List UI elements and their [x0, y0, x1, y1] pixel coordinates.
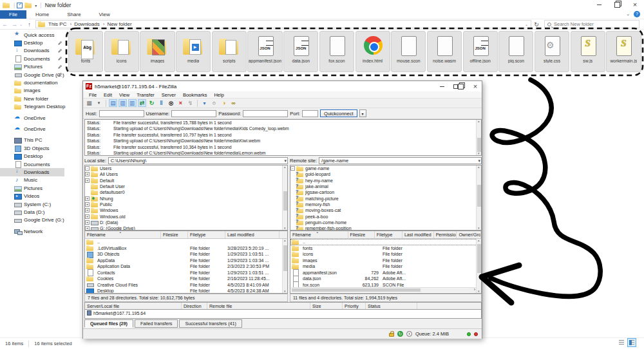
sidebar-item[interactable]: Videos: [0, 192, 64, 200]
file-row[interactable]: .Ld9VirtualBox File folder 3/28/2023 5:2…: [85, 245, 287, 252]
toggle-local-icon[interactable]: [118, 99, 127, 107]
tree-item[interactable]: jake-animal: [290, 184, 481, 189]
sidebar-item[interactable]: Google Drive (G:): [0, 216, 64, 224]
expand-toggle[interactable]: [290, 226, 295, 231]
expand-toggle[interactable]: [290, 172, 295, 176]
file-tile[interactable]: appmanifest.json: [247, 31, 282, 72]
expand-toggle[interactable]: +: [85, 196, 90, 201]
minimize-button[interactable]: [590, 0, 608, 9]
file-row[interactable]: 3D Objects File folder 1/29/2023 1:03:51…: [85, 251, 287, 258]
file-row[interactable]: Desktop File folder 4/5/2023 8:24:38 AM: [85, 288, 287, 294]
expand-toggle[interactable]: [290, 208, 295, 212]
sidebar-item[interactable]: 3D Objects: [0, 144, 64, 152]
password-input[interactable]: [243, 110, 288, 117]
file-tile[interactable]: noise.wasm: [427, 31, 462, 72]
column-header[interactable]: Filetype: [375, 231, 402, 238]
explorer-titlebar[interactable]: | ▾ | New folder: [0, 0, 644, 10]
tree-item[interactable]: + Windows: [85, 207, 287, 213]
sidebar-item[interactable]: Data (D:): [0, 208, 64, 216]
menu-item[interactable]: Server: [158, 92, 179, 98]
file-row[interactable]: Contacts File folder 1/29/2023 1:03:51 .…: [85, 270, 287, 276]
quickconnect-button[interactable]: Quickconnect: [320, 109, 357, 117]
details-view-button[interactable]: [617, 338, 626, 347]
search-input[interactable]: [554, 21, 625, 27]
chevron-down-icon[interactable]: ▾: [35, 3, 37, 8]
tree-item[interactable]: + Default: [85, 178, 287, 184]
file-row[interactable]: appmanifest.json 729 Adobe Aft...: [290, 270, 481, 276]
column-header[interactable]: Direction: [182, 303, 207, 309]
sidebar-item[interactable]: documentation: [0, 79, 64, 86]
column-header[interactable]: Server/Local file: [85, 303, 182, 309]
column-header[interactable]: Filename: [290, 231, 348, 238]
reconnect-icon[interactable]: [186, 99, 194, 107]
sidebar-item[interactable]: Music: [0, 176, 64, 184]
column-header[interactable]: Filesize: [161, 231, 188, 238]
address-chevron-icon[interactable]: ⌄: [525, 22, 531, 26]
tree-item[interactable]: defaultuser0: [85, 189, 287, 195]
menu-item[interactable]: View: [116, 92, 133, 98]
expand-toggle[interactable]: [85, 184, 90, 189]
expand-toggle[interactable]: +: [85, 208, 90, 212]
history-chevron-icon[interactable]: ⌄: [19, 22, 24, 26]
column-header[interactable]: Last modified: [402, 231, 434, 238]
ribbon-tab[interactable]: View: [90, 10, 119, 19]
file-tile[interactable]: data.json: [283, 31, 318, 72]
expand-toggle[interactable]: [290, 202, 295, 207]
column-header[interactable]: Filesize: [348, 231, 375, 238]
tree-item[interactable]: + Windows.old: [85, 213, 287, 219]
sidebar-item[interactable]: Desktop: [0, 152, 64, 160]
sidebar-item[interactable]: Google Drive (G:): [0, 71, 64, 79]
tree-item[interactable]: + D: (Data): [85, 220, 287, 225]
sidebar-item[interactable]: OneDrive: [0, 125, 64, 133]
tree-item[interactable]: + All Users: [85, 171, 287, 177]
column-header[interactable]: Status: [366, 303, 417, 309]
site-manager-icon[interactable]: [85, 99, 93, 107]
tree-item[interactable]: hey-my-name: [290, 178, 481, 184]
scrollbar[interactable]: [282, 165, 287, 230]
up-icon[interactable]: ↑: [24, 21, 34, 28]
expand-toggle[interactable]: +: [85, 172, 90, 176]
expand-toggle[interactable]: +: [85, 220, 90, 225]
column-header[interactable]: Permissions: [434, 231, 457, 238]
search-box[interactable]: [544, 20, 639, 28]
file-row[interactable]: Application Data File folder 2/3/2023 2:…: [85, 263, 287, 270]
sidebar-item[interactable]: Quick access: [0, 31, 64, 39]
file-tile[interactable]: offline.json: [463, 31, 498, 72]
file-row[interactable]: Cookies File folder 2/16/2023 11:28:45..…: [85, 276, 287, 282]
back-icon[interactable]: ←: [0, 21, 10, 28]
expand-toggle[interactable]: [290, 184, 295, 189]
tree-item[interactable]: gold-leopard: [290, 171, 481, 177]
sep-icon[interactable]: [106, 100, 106, 107]
restore-button[interactable]: [608, 0, 626, 9]
file-row[interactable]: ..: [290, 239, 481, 245]
sidebar-item[interactable]: Desktop: [0, 39, 64, 46]
sidebar-item[interactable]: New folder: [0, 95, 64, 102]
file-row[interactable]: Creative Cloud Files File folder 4/5/202…: [85, 282, 287, 288]
file-row[interactable]: media File folder: [290, 263, 481, 270]
ribbon-tab[interactable]: Home: [26, 10, 58, 19]
breadcrumb[interactable]: This PCDownloadsNew folder ⌄: [35, 20, 531, 28]
cancel-icon[interactable]: [167, 99, 175, 107]
queue-tab[interactable]: Successful transfers (41): [179, 319, 242, 328]
breadcrumb-item[interactable]: New folder: [106, 21, 136, 27]
menu-item[interactable]: Help: [211, 92, 227, 98]
scrollbar[interactable]: [282, 239, 287, 293]
sidebar-item[interactable]: images: [0, 87, 64, 95]
file-tile[interactable]: images: [140, 31, 175, 72]
refresh-icon[interactable]: [147, 99, 156, 107]
expand-toggle[interactable]: [290, 190, 295, 194]
expand-toggle[interactable]: -: [290, 166, 295, 171]
tree-item[interactable]: + Nhung: [85, 195, 287, 201]
file-tile[interactable]: index.html: [355, 31, 390, 72]
tree-item[interactable]: Default User: [85, 184, 287, 189]
file-tile[interactable]: workermain.js: [606, 31, 641, 72]
column-header[interactable]: Filename: [85, 231, 161, 238]
file-tile[interactable]: style.css: [535, 31, 569, 72]
port-input[interactable]: [302, 110, 318, 117]
expand-toggle[interactable]: [290, 214, 295, 219]
tree-item[interactable]: + G: (Google Drive): [85, 225, 287, 231]
toggle-log-icon[interactable]: [109, 99, 117, 107]
horizontal-scrollbar[interactable]: [291, 287, 477, 292]
new-folder-icon[interactable]: [24, 3, 32, 8]
tree-item[interactable]: remember-fish-position: [290, 225, 481, 231]
